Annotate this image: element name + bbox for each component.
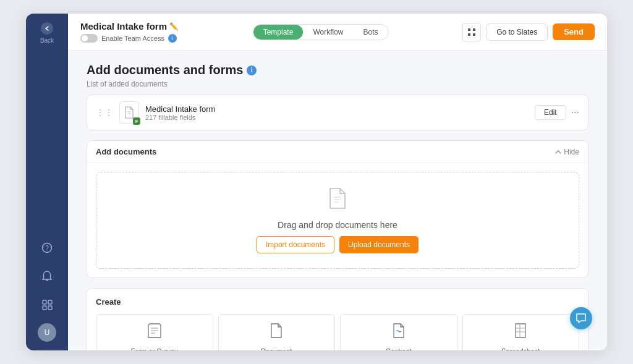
doc-name: Medical Intake form: [145, 104, 529, 114]
drop-buttons: Import documents Upload documents: [257, 236, 418, 253]
doc-edit-button[interactable]: Edit: [535, 105, 566, 120]
grid-view-button[interactable]: [462, 23, 481, 41]
doc-more-button[interactable]: ···: [571, 107, 579, 118]
main-area: Medical Intake form ✏️ Enable Team Acces…: [68, 14, 607, 350]
content-area: Add documents and forms i List of added …: [68, 51, 607, 350]
create-grid: Form or Survey Document Contract Spreads…: [96, 314, 579, 350]
svg-rect-3: [48, 300, 52, 304]
team-access-row: Enable Team Access i: [80, 34, 179, 43]
tabs-container: Template Workflow Bots: [253, 24, 389, 40]
create-item-contract[interactable]: Contract: [340, 314, 457, 350]
create-label-contract: Contract: [386, 347, 412, 350]
create-label-document: Document: [261, 347, 292, 350]
doc-info: Medical Intake form 217 fillable fields: [145, 104, 529, 121]
svg-rect-5: [48, 306, 52, 310]
create-icon-form-survey: [148, 323, 161, 342]
list-section-label: List of added documents: [87, 80, 588, 88]
doc-actions: Edit ···: [535, 105, 579, 120]
page-title: Add documents and forms i: [87, 63, 588, 77]
create-item-document[interactable]: Document: [218, 314, 336, 350]
document-list: ⋮⋮ F Medical Intake form 217 fillable fi…: [87, 95, 588, 130]
add-documents-section: Add documents Hide: [87, 140, 588, 278]
create-label-spreadsheet: Spreadsheet: [501, 347, 540, 350]
create-section-title: Create: [96, 297, 579, 307]
table-row: ⋮⋮ F Medical Intake form 217 fillable fi…: [87, 95, 588, 130]
import-documents-button[interactable]: Import documents: [257, 236, 334, 253]
svg-text:?: ?: [45, 245, 49, 252]
user-avatar[interactable]: U: [38, 323, 56, 342]
tab-template[interactable]: Template: [253, 25, 304, 40]
back-label: Back: [40, 37, 54, 44]
doc-badge: F: [133, 117, 140, 125]
sidebar-bottom-icons: ? U: [37, 238, 57, 350]
title-edit-icon[interactable]: ✏️: [169, 22, 179, 31]
document-title: Medical Intake form ✏️: [80, 21, 179, 32]
tab-workflow[interactable]: Workflow: [303, 25, 353, 40]
create-label-form-survey: Form or Survey: [131, 347, 178, 350]
doc-file-icon: F: [119, 101, 139, 124]
upload-documents-button[interactable]: Upload documents: [339, 236, 418, 253]
go-to-slates-button[interactable]: Go to Slates: [486, 23, 548, 41]
team-access-info-icon[interactable]: i: [168, 34, 177, 43]
notification-icon[interactable]: [37, 266, 57, 286]
create-section: Create Form or Survey Document Contract …: [87, 288, 588, 350]
sidebar: Back ?: [26, 14, 68, 350]
grid-icon[interactable]: [37, 295, 57, 315]
add-docs-header: Add documents Hide: [87, 141, 588, 163]
create-icon-spreadsheet: [514, 323, 527, 342]
team-access-label: Enable Team Access: [101, 35, 164, 42]
add-docs-title: Add documents: [96, 147, 156, 156]
drop-file-icon: [328, 187, 347, 214]
page-title-info-icon[interactable]: i: [247, 66, 257, 75]
create-icon-document: [270, 323, 283, 342]
help-icon[interactable]: ?: [37, 238, 57, 258]
svg-rect-4: [43, 306, 46, 310]
create-item-spreadsheet[interactable]: Spreadsheet: [462, 314, 580, 350]
drop-text: Drag and drop documents here: [278, 220, 397, 230]
drag-handle-icon[interactable]: ⋮⋮: [96, 108, 113, 117]
header: Medical Intake form ✏️ Enable Team Acces…: [68, 14, 607, 51]
header-actions: Go to Slates Send: [462, 23, 595, 41]
svg-rect-9: [473, 33, 475, 36]
svg-rect-2: [43, 300, 46, 304]
team-access-toggle[interactable]: [80, 34, 98, 43]
svg-rect-7: [473, 28, 475, 31]
drop-zone[interactable]: Drag and drop documents here Import docu…: [96, 172, 579, 269]
create-item-form-survey[interactable]: Form or Survey: [96, 314, 213, 350]
header-tabs: Template Workflow Bots: [186, 24, 455, 40]
header-title-area: Medical Intake form ✏️ Enable Team Acces…: [80, 21, 179, 43]
hide-button[interactable]: Hide: [555, 148, 579, 156]
svg-rect-8: [468, 33, 470, 36]
chat-bubble-button[interactable]: [570, 307, 592, 329]
toggle-knob: [82, 35, 88, 41]
doc-meta: 217 fillable fields: [145, 114, 529, 121]
back-chevron-icon: [41, 22, 53, 35]
svg-rect-6: [468, 28, 470, 31]
create-icon-contract: [392, 323, 406, 342]
tab-bots[interactable]: Bots: [354, 25, 388, 40]
back-button[interactable]: Back: [26, 14, 68, 50]
send-button[interactable]: Send: [553, 23, 595, 40]
